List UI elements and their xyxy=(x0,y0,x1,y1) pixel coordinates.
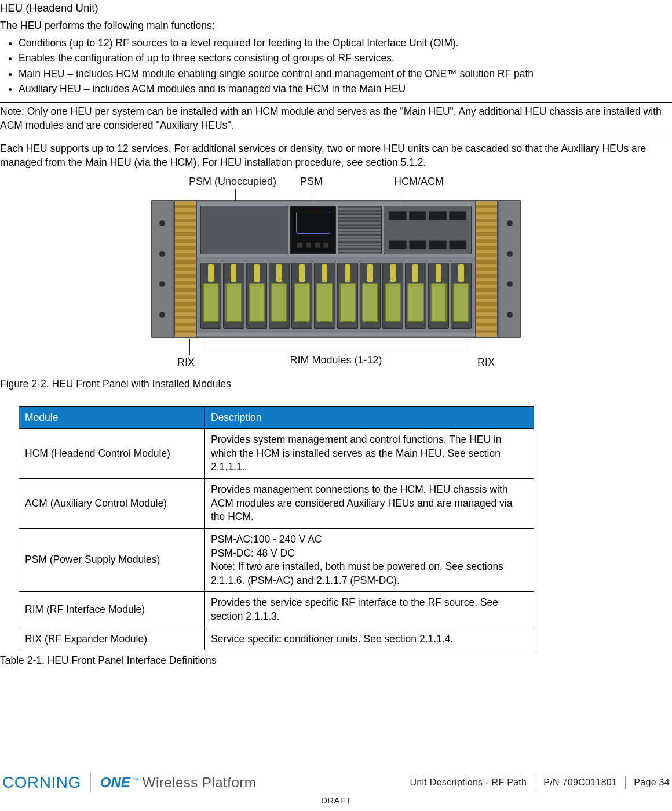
section-title: HEU (Headend Unit) xyxy=(0,0,672,19)
callout-psm-unoccupied: PSM (Unoccupied) xyxy=(189,174,300,188)
note-text: Note: Only one HEU per system can be ins… xyxy=(0,106,662,131)
hcm-acm-module xyxy=(384,206,472,254)
table-row: RIX (RF Expander Module) Service specifi… xyxy=(19,628,534,650)
note-box: Note: Only one HEU per system can be ins… xyxy=(0,102,672,136)
table-cell-module: RIX (RF Expander Module) xyxy=(19,628,205,650)
heu-chassis-illustration xyxy=(151,200,521,338)
leader-line xyxy=(400,189,400,201)
rix-module-left xyxy=(174,201,197,337)
body-paragraph: Each HEU supports up to 12 services. For… xyxy=(0,142,672,169)
rim-slot xyxy=(405,263,426,329)
rim-slot xyxy=(291,263,312,329)
callout-hcm-acm: HCM/ACM xyxy=(394,174,444,188)
rim-slot xyxy=(382,263,403,329)
table-row: PSM (Power Supply Modules) PSM-AC:100 - … xyxy=(19,528,534,592)
table-row: HCM (Headend Control Module) Provides sy… xyxy=(19,429,534,479)
divider xyxy=(625,776,626,789)
rim-slot xyxy=(428,263,449,329)
callout-rix-right: RIX xyxy=(477,355,495,369)
table-cell-module: PSM (Power Supply Modules) xyxy=(19,528,205,592)
table-cell-description: Provides system management and control f… xyxy=(205,429,534,479)
table-cell-description: Provides the service specific RF interfa… xyxy=(205,592,534,628)
table-row: RIM (RF Interface Module) Provides the s… xyxy=(19,592,534,628)
callout-rim-modules: RIM Modules (1-12) xyxy=(290,353,382,367)
rim-slot xyxy=(337,263,358,329)
footer-section: Unit Descriptions - RF Path xyxy=(410,776,527,789)
brand-corning-logo: CORNING xyxy=(2,772,81,794)
brand-one-wireless-platform: ONE™ Wireless Platform xyxy=(100,773,257,792)
vent-panel xyxy=(338,206,382,254)
table-cell-description: Provides management connections to the H… xyxy=(205,479,534,529)
divider xyxy=(535,776,535,789)
table-row: ACM (Auxiliary Control Module) Provides … xyxy=(19,479,534,529)
figure: PSM (Unoccupied) PSM HCM/ACM xyxy=(151,174,521,372)
rack-ear xyxy=(152,201,174,337)
psm-unoccupied-slot xyxy=(200,206,288,254)
rim-slot xyxy=(200,263,221,329)
callout-psm: PSM xyxy=(300,174,394,188)
table-header-description: Description xyxy=(205,406,534,429)
table-cell-description: PSM-AC:100 - 240 V AC PSM-DC: 48 V DC No… xyxy=(205,528,534,592)
trademark-symbol: ™ xyxy=(133,776,139,785)
rim-slot xyxy=(246,263,267,329)
module-table: Module Description HCM (Headend Control … xyxy=(19,406,534,651)
brand-one: ONE xyxy=(100,773,130,792)
figure-caption: Figure 2-2. HEU Front Panel with Install… xyxy=(0,377,672,391)
table-cell-description: Service specific conditioner units. See … xyxy=(205,628,534,650)
function-list: Conditions (up to 12) RF sources to a le… xyxy=(0,37,672,97)
table-cell-module: HCM (Headend Control Module) xyxy=(19,429,205,479)
table-cell-module: RIM (RF Interface Module) xyxy=(19,592,205,628)
list-item: Main HEU – includes HCM module enabling … xyxy=(19,67,672,81)
list-item: Auxiliary HEU – includes ACM modules and… xyxy=(19,82,672,96)
page-footer: CORNING ONE™ Wireless Platform Unit Desc… xyxy=(0,772,672,811)
intro-paragraph: The HEU performs the following main func… xyxy=(0,19,672,33)
list-item: Enables the configuration of up to three… xyxy=(19,52,672,66)
rim-slot xyxy=(360,263,381,329)
rim-slot xyxy=(314,263,335,329)
callout-rix-left: RIX xyxy=(177,355,195,369)
psm-module xyxy=(290,206,336,254)
leader-line xyxy=(483,339,484,355)
rack-ear xyxy=(498,201,520,337)
bracket-line xyxy=(204,341,468,350)
leader-line xyxy=(313,189,313,201)
table-cell-module: ACM (Auxiliary Control Module) xyxy=(19,479,205,529)
table-caption: Table 2-1. HEU Front Panel Interface Def… xyxy=(0,654,672,668)
table-header-module: Module xyxy=(19,406,205,429)
brand-subtitle: Wireless Platform xyxy=(143,773,257,792)
rix-module-right xyxy=(475,201,498,337)
rim-slot xyxy=(451,263,472,329)
footer-part-number: P/N 709C011801 xyxy=(543,776,617,789)
leader-line xyxy=(189,339,190,355)
rim-slot xyxy=(269,263,290,329)
leader-line xyxy=(235,189,236,201)
footer-page-number: Page 34 xyxy=(634,776,670,789)
footer-draft-label: DRAFT xyxy=(2,795,670,806)
list-item: Conditions (up to 12) RF sources to a le… xyxy=(19,37,672,50)
divider xyxy=(90,773,91,792)
rim-slot xyxy=(223,263,244,329)
